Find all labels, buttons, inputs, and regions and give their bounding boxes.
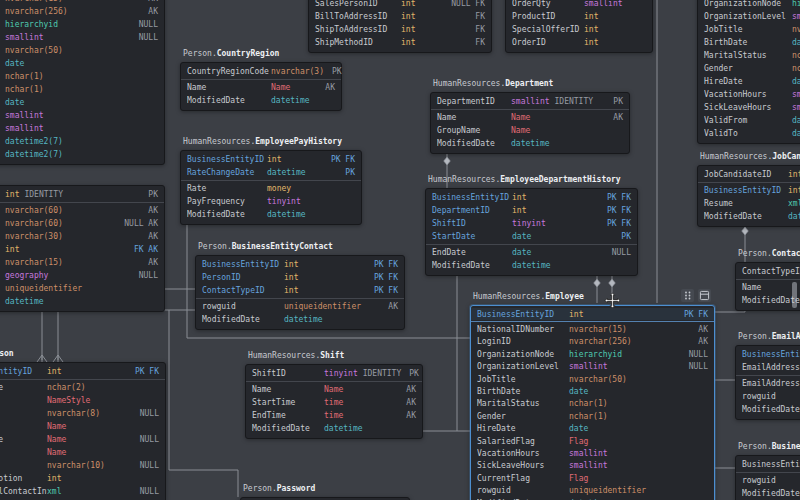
table-partial-top-middle[interactable]: SalesPersonIDintNULL FKBillToAddressIDin… xyxy=(308,0,492,53)
panel-toggle-icon[interactable] xyxy=(698,289,711,302)
column-row: MiddleNameNameNULL xyxy=(0,433,165,446)
key-divider xyxy=(196,298,404,299)
column-row: OrganizationNodehierarchyidNULL xyxy=(471,348,714,360)
table-title[interactable]: HumanResources.Department xyxy=(433,79,553,89)
table-name: Person xyxy=(0,349,14,358)
column-name: OrderID xyxy=(512,38,584,47)
table-box[interactable]: OrganizationNodehierarchyidOrganizationL… xyxy=(697,0,800,144)
column-row: OrganizationLevelsmallint xyxy=(698,10,800,23)
table-title[interactable]: Person.EmailAddress xyxy=(738,332,800,342)
table-shift[interactable]: HumanResources.ShiftShiftIDtinyintIDENTI… xyxy=(245,364,423,439)
table-toolbar xyxy=(681,289,711,302)
key-section: CountryRegionCodenvarchar(3)PK xyxy=(181,65,341,78)
drag-handle-icon[interactable] xyxy=(681,289,694,302)
table-box[interactable]: BusinessEntityIDintPK FKPersonTypenchar(… xyxy=(0,362,166,500)
table-box[interactable]: BusinessEntityIDintPK FKPersonIDintPK FK… xyxy=(195,255,405,330)
table-contact-type[interactable]: Person.ContactTypeContactTypeIDintIDENTI… xyxy=(735,262,800,311)
table-box[interactable]: SalesPersonIDintNULL FKBillToAddressIDin… xyxy=(308,0,492,53)
table-job-candidate[interactable]: HumanResources.JobCandidateJobCandidateI… xyxy=(697,165,800,227)
table-title[interactable]: HumanResources.Shift xyxy=(248,351,344,361)
column-row: rowguiduniqueidentifier xyxy=(471,484,714,496)
key-section: BusinessEntityIDintIDENTITYPK xyxy=(736,458,800,471)
table-name: Password xyxy=(277,484,316,493)
table-box[interactable]: BusinessEntityIDintPK FKDepartmentIDintP… xyxy=(425,188,638,276)
table-partial-top-left[interactable]: nvarchar(15)AKnvarchar(256)AKhierarchyid… xyxy=(0,0,165,165)
table-box[interactable]: ContactTypeIDintIDENTITYPKNameNameAKModi… xyxy=(735,262,800,311)
column-keys: NULL xyxy=(681,350,708,359)
table-department[interactable]: HumanResources.DepartmentDepartmentIDsma… xyxy=(430,92,630,154)
column-type: datetime2(7) xyxy=(792,129,800,138)
table-title[interactable]: HumanResources.JobCandidate xyxy=(700,152,800,162)
table-person[interactable]: Person.PersonBusinessEntityIDintPK FKPer… xyxy=(0,362,166,500)
table-business-entity[interactable]: Person.BusinessEntityBusinessEntityIDint… xyxy=(735,455,800,500)
table-title[interactable]: Person.CountryRegion xyxy=(183,49,279,59)
table-partial-middle-left[interactable]: intIDENTITYPKnvarchar(60)AKnvarchar(60)N… xyxy=(0,185,165,312)
table-box[interactable]: BusinessEntityIDintPK FKNationalIDNumber… xyxy=(470,305,715,500)
table-title[interactable]: HumanResources.EmployeeDepartmentHistory xyxy=(428,175,621,185)
table-box[interactable]: BusinessEntityIDintPK FKEmailAddressIDin… xyxy=(735,345,800,420)
table-business-entity-contact[interactable]: Person.BusinessEntityContactBusinessEnti… xyxy=(195,255,405,330)
column-keys: AK xyxy=(398,385,416,394)
table-box[interactable]: BusinessEntityIDintPK FKRateChangeDateda… xyxy=(180,150,362,225)
column-type: int xyxy=(584,38,598,47)
table-email-address[interactable]: Person.EmailAddressBusinessEntityIDintPK… xyxy=(735,345,800,420)
column-name: LoginID xyxy=(477,337,569,346)
column-type: int xyxy=(401,0,415,8)
column-name: HireDate xyxy=(477,424,569,433)
column-name: ModifiedDate xyxy=(437,139,511,148)
table-title[interactable]: Person.Password xyxy=(243,484,315,494)
table-box[interactable]: ShiftIDtinyintIDENTITYPKNameNameAKStartT… xyxy=(245,364,423,439)
scrollbar-thumb[interactable] xyxy=(792,282,797,308)
table-title[interactable]: Person.BusinessEntity xyxy=(738,442,800,452)
table-schema: HumanResources xyxy=(473,292,540,301)
column-name: BusinessEntityID xyxy=(477,310,569,319)
table-box[interactable]: OrderQtysmallintProductIDintSpecialOffer… xyxy=(505,0,653,53)
table-country-region[interactable]: Person.CountryRegionCountryRegionCodenva… xyxy=(180,62,342,111)
column-row: BirthDatedate xyxy=(471,385,714,397)
table-box[interactable]: intIDENTITYPKnvarchar(60)AKnvarchar(60)N… xyxy=(0,185,165,312)
column-row: smallintNULL xyxy=(0,31,164,44)
column-type: Name xyxy=(271,83,290,92)
column-row: ShipToAddressIDintFK xyxy=(309,23,491,36)
column-name: Resume xyxy=(704,199,788,208)
table-box[interactable]: CountryRegionCodenvarchar(3)PKNameNameAK… xyxy=(180,62,342,111)
column-type: Flag xyxy=(569,474,588,483)
table-box[interactable]: JobCandidateIDintIDENTITYPKBusinessEntit… xyxy=(697,165,800,227)
table-title[interactable]: HumanResources.Employee xyxy=(473,292,584,302)
table-title[interactable]: Person.Person xyxy=(0,349,14,359)
column-type: smallint xyxy=(5,111,44,120)
table-title[interactable]: HumanResources.EmployeePayHistory xyxy=(183,137,342,147)
key-divider xyxy=(426,244,637,245)
column-type: date xyxy=(792,77,800,86)
column-row: VacationHourssmallint xyxy=(698,88,800,101)
table-box[interactable]: nvarchar(15)AKnvarchar(256)AKhierarchyid… xyxy=(0,0,165,165)
column-name: ModifiedDate xyxy=(704,212,788,221)
table-partial-top-right[interactable]: OrderQtysmallintProductIDintSpecialOffer… xyxy=(505,0,653,53)
table-partial-right[interactable]: OrganizationNodehierarchyidOrganizationL… xyxy=(697,0,800,144)
table-title[interactable]: Person.ContactType xyxy=(738,249,800,259)
column-name: SickLeaveHours xyxy=(477,461,569,470)
column-row: intFK AK xyxy=(0,243,164,256)
column-row: nvarchar(60)NULL AK xyxy=(0,217,164,230)
column-keys: PK FK xyxy=(366,286,398,295)
table-box[interactable]: BusinessEntityIDintIDENTITYPKrowguiduniq… xyxy=(735,455,800,500)
table-title[interactable]: Person.BusinessEntityContact xyxy=(198,242,333,252)
table-box[interactable]: DepartmentIDsmallintIDENTITYPKNameNameAK… xyxy=(430,92,630,154)
column-row: ContactTypeIDintPK FK xyxy=(196,284,404,297)
column-type: uniqueidentifier xyxy=(284,302,361,311)
table-employee-department-history[interactable]: HumanResources.EmployeeDepartmentHistory… xyxy=(425,188,638,276)
column-type: smallint xyxy=(569,362,608,371)
table-employee-pay-history[interactable]: HumanResources.EmployeePayHistoryBusines… xyxy=(180,150,362,225)
column-name: SickLeaveHours xyxy=(704,103,792,112)
column-name: NationalIDNumber xyxy=(477,325,569,334)
column-type: Name xyxy=(511,126,530,135)
table-schema: Person xyxy=(738,249,767,258)
key-section: JobCandidateIDintIDENTITYPK xyxy=(698,168,800,181)
column-type: nchar(1) xyxy=(5,72,44,81)
diagram-canvas[interactable]: nvarchar(15)AKnvarchar(256)AKhierarchyid… xyxy=(0,0,800,500)
column-keys: AK xyxy=(140,258,158,267)
column-keys: NULL xyxy=(132,487,159,496)
table-employee[interactable]: HumanResources.EmployeeBusinessEntityIDi… xyxy=(470,305,715,500)
column-row: ShiftIDtinyintIDENTITYPK xyxy=(246,367,422,380)
column-name: JobCandidateID xyxy=(704,170,788,179)
